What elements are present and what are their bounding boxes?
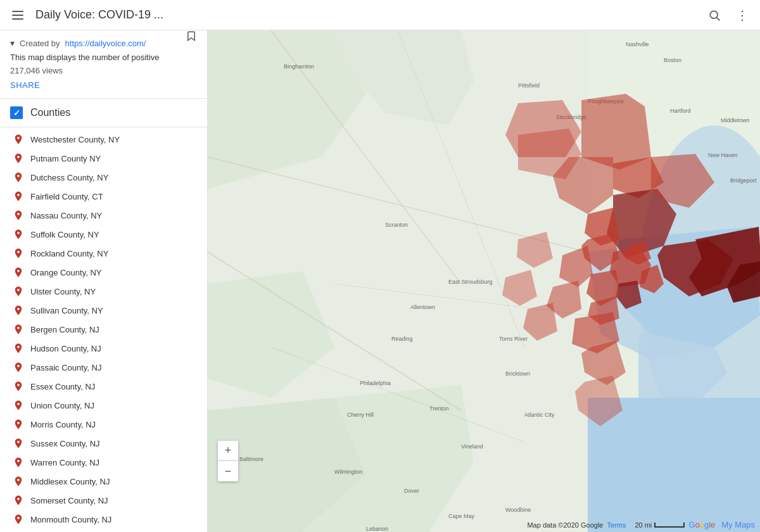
county-name: Passaic County, NJ [30, 363, 101, 372]
google-logo: Google [688, 520, 715, 529]
county-list-item[interactable]: Suffolk County, NY [0, 225, 207, 244]
sidebar: ▾ Created by https://dailyvoice.com/ Thi… [0, 30, 208, 532]
county-list-item[interactable]: Passaic County, NJ [0, 358, 207, 377]
svg-text:Dover: Dover [404, 488, 419, 494]
page-title: Daily Voice: COVID-19 ... [35, 8, 697, 22]
county-list-item[interactable]: Ulster County, NY [0, 282, 207, 301]
county-list-item[interactable]: Fairfield County, CT [0, 187, 207, 206]
created-by-label: Created by [20, 39, 60, 48]
map-scale: 20 mi [635, 521, 685, 529]
svg-text:Scranton: Scranton [385, 222, 408, 228]
svg-text:Reading: Reading [391, 336, 413, 342]
svg-text:Philadelphia: Philadelphia [360, 380, 391, 386]
county-name: Hudson County, NJ [30, 344, 101, 353]
search-icon [708, 9, 721, 22]
county-list-item[interactable]: Dutchess County, NY [0, 168, 207, 187]
layer-section: Counties Westchester County, NY Putnam C… [0, 99, 207, 532]
svg-text:Trenton: Trenton [429, 405, 449, 412]
topbar: Daily Voice: COVID-19 ... ⋮ [0, 0, 760, 30]
menu-button[interactable] [8, 5, 28, 25]
layer-checkbox[interactable] [10, 106, 23, 119]
svg-text:Bricktown: Bricktown [505, 370, 530, 377]
svg-rect-7 [588, 398, 760, 532]
svg-text:East Stroudsburg: East Stroudsburg [448, 279, 493, 285]
map-background: Nashville Boston Binghamton Pittsfield S… [208, 30, 760, 532]
county-icon [13, 305, 24, 316]
county-icon [13, 229, 24, 240]
svg-text:Allentown: Allentown [410, 304, 435, 310]
terms-link[interactable]: Terms [607, 521, 626, 529]
svg-text:Baltimore: Baltimore [239, 456, 263, 462]
county-list-item[interactable]: Monmouth County, NJ [0, 510, 207, 529]
share-button[interactable]: SHARE [10, 80, 40, 90]
created-by-link[interactable]: https://dailyvoice.com/ [65, 39, 146, 48]
county-list-item[interactable]: Orange County, NY [0, 263, 207, 282]
map-attribution: Map data ©2020 Google Terms 20 mi Google… [208, 520, 760, 529]
county-icon [13, 495, 24, 506]
county-name: Sussex County, NJ [30, 439, 100, 448]
zoom-out-button[interactable]: − [218, 461, 238, 481]
county-icon [13, 267, 24, 278]
county-icon [13, 286, 24, 297]
county-name: Warren County, NJ [30, 458, 99, 467]
svg-text:Middletown: Middletown [721, 117, 750, 124]
svg-text:Pittsfield: Pittsfield [518, 82, 540, 89]
county-list-item[interactable]: Warren County, NJ [0, 453, 207, 472]
info-section: ▾ Created by https://dailyvoice.com/ Thi… [0, 30, 207, 99]
county-name: Union County, NJ [30, 401, 94, 410]
county-list-item[interactable]: Westchester County, NY [0, 130, 207, 149]
county-name: Bergen County, NJ [30, 325, 99, 334]
county-icon [13, 476, 24, 487]
map-area[interactable]: Nashville Boston Binghamton Pittsfield S… [208, 30, 760, 532]
county-icon [13, 514, 24, 525]
svg-text:Hartford: Hartford [670, 108, 691, 114]
county-icon [13, 324, 24, 335]
search-button[interactable] [704, 5, 725, 25]
county-name: Middlesex County, NJ [30, 477, 110, 486]
svg-text:Vineland: Vineland [461, 443, 483, 450]
view-count: 217,046 views [10, 66, 197, 75]
collapse-icon[interactable]: ▾ [10, 38, 15, 48]
county-list-item[interactable]: Somerset County, NJ [0, 491, 207, 510]
county-icon [13, 343, 24, 354]
county-name: Orange County, NY [30, 268, 101, 277]
county-name: Fairfield County, CT [30, 192, 103, 201]
county-list-item[interactable]: Sullivan County, NY [0, 301, 207, 320]
county-list: Westchester County, NY Putnam County NY … [0, 127, 207, 532]
svg-text:Bridgeport: Bridgeport [730, 177, 757, 184]
svg-text:Woodbine: Woodbine [505, 507, 531, 513]
county-icon [13, 457, 24, 468]
zoom-in-button[interactable]: + [218, 441, 238, 461]
more-icon: ⋮ [736, 8, 749, 23]
county-icon [13, 248, 24, 259]
county-list-item[interactable]: Middlesex County, NJ [0, 472, 207, 491]
county-name: Essex County, NJ [30, 382, 95, 391]
county-list-item[interactable]: Bergen County, NJ [0, 320, 207, 339]
county-list-item[interactable]: Union County, NJ [0, 396, 207, 415]
county-name: Ulster County, NY [30, 287, 96, 296]
county-name: Sullivan County, NY [30, 306, 103, 315]
layer-title: Counties [30, 107, 70, 118]
bookmark-icon[interactable] [186, 30, 197, 45]
county-icon [13, 400, 24, 411]
county-list-item[interactable]: Hudson County, NJ [0, 339, 207, 358]
county-list-item[interactable]: Morris County, NJ [0, 415, 207, 434]
county-icon [13, 191, 24, 202]
county-icon [13, 153, 24, 164]
svg-text:Wilmington: Wilmington [334, 469, 363, 475]
county-list-item[interactable]: Essex County, NJ [0, 377, 207, 396]
county-list-item[interactable]: Sussex County, NJ [0, 434, 207, 453]
layer-header: Counties [0, 99, 207, 127]
county-list-item[interactable]: Hunterdon County, NJ [0, 529, 207, 532]
svg-text:Binghamton: Binghamton [284, 63, 314, 70]
my-maps-label: My Maps [721, 520, 755, 529]
map-data-label: Map data ©2020 Google [527, 521, 603, 529]
scale-bar [654, 522, 685, 528]
county-name: Nassau County, NY [30, 211, 102, 220]
svg-text:Cherry Hill: Cherry Hill [347, 412, 374, 418]
svg-text:Boston: Boston [664, 57, 681, 63]
more-button[interactable]: ⋮ [732, 5, 752, 25]
county-list-item[interactable]: Nassau County, NY [0, 206, 207, 225]
county-list-item[interactable]: Rockland County, NY [0, 244, 207, 263]
county-list-item[interactable]: Putnam County NY [0, 149, 207, 168]
